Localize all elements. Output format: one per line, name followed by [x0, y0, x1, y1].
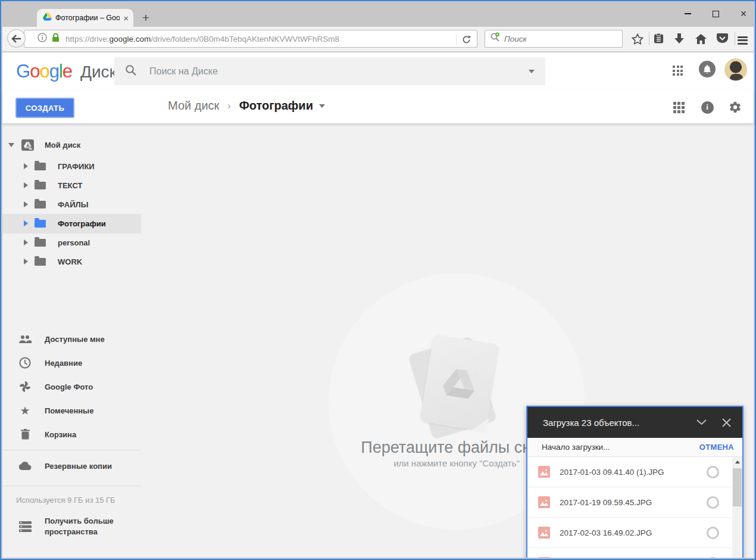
sidebar-folder-tekst[interactable]: ТЕКСТ	[2, 176, 141, 195]
sidebar-folder-faily[interactable]: ФАЙЛЫ	[2, 195, 141, 214]
upload-panel-header[interactable]: Загрузка 23 объектов...	[527, 407, 742, 438]
expander-right-icon[interactable]	[24, 201, 28, 207]
sidebar-item-starred[interactable]: ★ Помеченные	[2, 400, 141, 421]
upload-panel: Загрузка 23 объектов... Начало загрузки.…	[526, 406, 743, 558]
sidebar-label: Помеченные	[45, 406, 93, 415]
main-content: Мой диск ГРАФИКИ ТЕКСТ ФАЙЛЫ Фотографии	[2, 123, 754, 558]
cancel-upload-link[interactable]: ОТМЕНА	[699, 443, 734, 452]
page-info-icon[interactable]	[38, 33, 47, 45]
sidebar-item-my-drive[interactable]: Мой диск	[2, 135, 141, 154]
sidebar-folder-personal[interactable]: personal	[2, 233, 141, 252]
details-info-icon[interactable]: i	[699, 99, 716, 115]
browser-search-box[interactable]	[485, 30, 623, 48]
sidebar-item-shared-with-me[interactable]: Доступные мне	[2, 329, 141, 349]
storage-usage-text: Используется 9 ГБ из 15 ГБ	[16, 496, 115, 505]
bookmarks-menu-icon[interactable]	[649, 30, 667, 47]
expander-right-icon[interactable]	[24, 163, 28, 169]
url-bar[interactable]: https://drive.google.com/drive/folders/0…	[24, 30, 477, 48]
window-maximize-button[interactable]	[705, 6, 726, 21]
sidebar-folder-grafiki[interactable]: ГРАФИКИ	[2, 157, 141, 176]
expander-right-icon[interactable]	[24, 259, 28, 265]
folder-icon	[35, 239, 46, 247]
breadcrumb: Мой диск › Фотографии	[168, 99, 325, 113]
upload-list-scrollbar[interactable]	[732, 457, 742, 558]
home-icon[interactable]	[692, 30, 710, 47]
folder-icon	[35, 182, 46, 189]
close-icon[interactable]	[717, 413, 735, 431]
upload-file-row[interactable]: 2017-02-03 16.49.02.JPG	[527, 518, 733, 548]
create-button[interactable]: СОЗДАТЬ	[15, 98, 74, 118]
menu-hamburger-icon[interactable]	[738, 30, 755, 47]
folder-label: ФАЙЛЫ	[58, 200, 88, 209]
downloads-icon[interactable]	[670, 30, 688, 47]
drive-search-input[interactable]	[149, 66, 483, 77]
product-name: Диск	[80, 63, 117, 81]
drive-search-bar[interactable]	[114, 57, 545, 85]
sidebar-item-trash[interactable]: Корзина	[2, 424, 141, 444]
settings-gear-icon[interactable]	[727, 99, 743, 115]
breadcrumb-current[interactable]: Фотографии	[239, 99, 313, 113]
action-toolbar: СОЗДАТЬ Мой диск › Фотографии i	[2, 91, 754, 123]
google-apps-grid-icon[interactable]	[673, 66, 683, 76]
collapse-chevron-icon[interactable]	[692, 413, 710, 431]
image-file-icon	[538, 557, 550, 558]
people-icon	[18, 335, 32, 343]
window-minimize-button[interactable]	[677, 6, 698, 21]
breadcrumb-parent[interactable]: Мой диск	[168, 99, 219, 113]
search-icon	[125, 64, 136, 78]
folder-label: personal	[58, 238, 90, 247]
upload-file-name: 2017-02-03 16.49.02.JPG	[560, 528, 707, 537]
expander-right-icon[interactable]	[24, 220, 28, 226]
scroll-up-icon[interactable]	[732, 457, 742, 467]
google-drive-favicon	[43, 13, 52, 23]
sidebar-item-buy-storage[interactable]: Получить больше пространства	[2, 514, 141, 540]
clock-icon	[18, 357, 32, 369]
scrollbar-thumb[interactable]	[733, 468, 742, 506]
titlebar: Фотографии – Google Диск × + ×	[1, 1, 755, 27]
sidebar-label: Получить больше пространства	[45, 516, 123, 537]
expander-down-icon[interactable]	[8, 143, 14, 147]
drive-app: GoogleДиск СОЗДАТЬ Мой диск › Фотографии	[2, 52, 754, 558]
sidebar-item-google-photos[interactable]: Google Фото	[2, 377, 141, 397]
search-options-caret-icon[interactable]	[529, 70, 535, 73]
upload-file-row[interactable]: 2017-01-19 09.59.45.JPG	[527, 487, 733, 518]
expander-right-icon[interactable]	[24, 182, 28, 188]
ssl-lock-icon[interactable]	[52, 33, 60, 45]
grid-view-icon[interactable]	[670, 99, 687, 115]
sidebar-label: Google Фото	[45, 382, 93, 391]
back-button[interactable]	[7, 29, 26, 48]
new-tab-button[interactable]: +	[138, 11, 154, 25]
browser-search-input[interactable]	[504, 35, 593, 43]
google-drive-logo[interactable]: GoogleДиск	[16, 61, 117, 82]
upload-title: Загрузка 23 объектов...	[543, 418, 692, 428]
user-avatar[interactable]	[724, 58, 747, 81]
notifications-bell-icon[interactable]	[699, 61, 716, 77]
sidebar-item-backups[interactable]: Резервные копии	[2, 456, 141, 476]
browser-tab[interactable]: Фотографии – Google Диск ×	[37, 9, 133, 27]
expander-right-icon[interactable]	[24, 239, 28, 245]
sidebar-folder-fotografii-selected[interactable]: Фотографии	[2, 214, 141, 233]
upload-file-row[interactable]: 2017-02-03 16.50.31.JPG	[527, 548, 733, 558]
sidebar-item-recent[interactable]: Недавние	[2, 353, 141, 373]
folder-menu-caret-icon[interactable]	[319, 104, 325, 108]
storage-tiers-icon	[18, 521, 32, 533]
search-engine-icon[interactable]	[490, 32, 501, 45]
star-icon: ★	[18, 405, 32, 416]
bookmark-star-icon[interactable]	[629, 30, 646, 47]
upload-file-name: 2017-01-19 09.59.45.JPG	[560, 498, 707, 507]
folder-label: ГРАФИКИ	[58, 162, 95, 171]
pocket-icon[interactable]	[713, 30, 731, 47]
trash-icon	[18, 429, 32, 440]
arrow-left-icon	[11, 35, 21, 43]
folder-icon	[35, 258, 46, 266]
upload-file-row[interactable]: 2017-01-03 09.41.40 (1).JPG	[527, 457, 733, 487]
upload-status-bar: Начало загрузки... ОТМЕНА	[527, 438, 742, 457]
window-close-button[interactable]: ×	[733, 6, 754, 21]
reload-icon[interactable]	[456, 34, 471, 45]
upload-progress-spinner	[707, 527, 719, 539]
breadcrumb-chevron-icon: ›	[227, 101, 230, 111]
upload-file-name: 2017-01-03 09.41.40 (1).JPG	[560, 468, 707, 477]
folder-icon	[35, 201, 46, 209]
sidebar-folder-work[interactable]: WORK	[2, 252, 141, 271]
tab-close-icon[interactable]: ×	[123, 14, 129, 23]
